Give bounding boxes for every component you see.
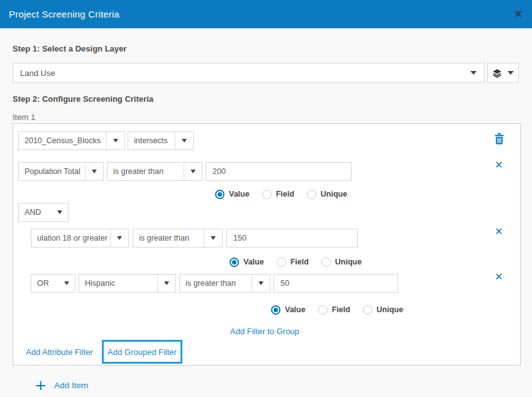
project-screening-criteria-dialog: Project Screening Criteria ✕ Step 1: Sel…: [0, 0, 532, 397]
chevron-down-icon: [58, 275, 75, 292]
add-grouped-filter-link[interactable]: Add Grouped Filter: [108, 347, 177, 357]
spatial-operator-value: intersects: [128, 136, 175, 145]
chevron-down-icon: [175, 132, 193, 150]
group-connector-row: AND: [18, 203, 69, 222]
highlight-box: Add Grouped Filter: [102, 340, 182, 364]
radio-field[interactable]: Field: [262, 190, 294, 199]
group-filter1-mode-radios: Value Field Unique: [230, 257, 362, 267]
radio-value-label: Value: [229, 190, 250, 198]
radio-unselected-icon: [321, 258, 331, 267]
trash-icon: [494, 133, 504, 144]
group-connector-value: AND: [19, 208, 52, 217]
target-layer-value: 2010_Census_Blocks: [19, 136, 106, 145]
filter1-mode-radios: Value Field Unique: [215, 189, 347, 199]
radio-unselected-icon: [318, 305, 328, 315]
radio-value-label: Value: [243, 258, 264, 266]
radio-value[interactable]: Value: [271, 305, 306, 315]
radio-value-label: Value: [285, 305, 306, 314]
radio-field[interactable]: Field: [277, 258, 309, 267]
radio-unselected-icon: [262, 190, 272, 199]
radio-unique[interactable]: Unique: [321, 258, 362, 267]
chevron-down-icon: [204, 229, 222, 247]
radio-unique-label: Unique: [335, 258, 362, 266]
add-filter-to-group-link[interactable]: Add Filter to Group: [230, 327, 299, 336]
group-filter1-operator-dropdown[interactable]: is greater than: [133, 229, 223, 247]
group-filter2-operator-dropdown[interactable]: is greater than: [179, 274, 270, 293]
target-layer-dropdown[interactable]: 2010_Census_Blocks: [18, 131, 125, 150]
group-filter2-value-input[interactable]: [274, 274, 398, 293]
group-filter2-connector-value: OR: [31, 279, 58, 288]
group-filter1-field-value: ulation 18 or greater: [31, 234, 110, 242]
plus-icon: +: [35, 379, 47, 391]
radio-field-label: Field: [291, 258, 309, 266]
filter1-operator-dropdown[interactable]: is greater than: [107, 162, 202, 181]
group-filter1-value-input[interactable]: [226, 229, 358, 247]
group-filter1-field-dropdown[interactable]: ulation 18 or greater: [31, 229, 129, 247]
chevron-down-icon: [507, 71, 514, 75]
item1-label: Item 1: [13, 112, 35, 122]
filter1-field-dropdown[interactable]: Population Total: [18, 162, 104, 181]
chevron-down-icon: [110, 229, 128, 247]
dialog-title: Project Screening Criteria: [9, 9, 119, 19]
chevron-down-icon: [157, 275, 175, 292]
radio-field[interactable]: Field: [318, 305, 350, 315]
radio-value[interactable]: Value: [215, 190, 250, 199]
group-filter2-field-dropdown[interactable]: Hispanic: [79, 274, 176, 293]
add-item-button[interactable]: + Add Item: [35, 379, 88, 391]
add-item-label: Add Item: [54, 381, 88, 390]
chevron-down-icon: [85, 163, 103, 180]
radio-unselected-icon: [307, 190, 316, 199]
radio-selected-icon: [215, 190, 224, 199]
filter1-row: Population Total is greater than: [18, 162, 352, 181]
design-layer-value: Land Use: [13, 68, 470, 78]
group-connector-dropdown[interactable]: AND: [18, 203, 69, 222]
chevron-down-icon: [252, 275, 270, 292]
group-filter2-row: OR Hispanic is greater than: [31, 274, 398, 293]
radio-unselected-icon: [277, 258, 286, 267]
radio-selected-icon: [271, 305, 280, 315]
step2-label: Step 2: Configure Screening Criteria: [13, 94, 153, 104]
group-filter1-operator-value: is greater than: [133, 234, 204, 242]
radio-unique-label: Unique: [321, 190, 347, 198]
chevron-down-icon: [52, 204, 68, 221]
add-attribute-filter-link[interactable]: Add Attribute Filter: [26, 347, 93, 357]
dialog-header: Project Screening Criteria ✕: [0, 0, 532, 28]
radio-unique-label: Unique: [377, 305, 403, 314]
radio-field-label: Field: [276, 190, 294, 198]
layer-operator-row: 2010_Census_Blocks intersects: [18, 131, 194, 150]
radio-unique[interactable]: Unique: [307, 190, 347, 199]
group-filter2-connector-dropdown[interactable]: OR: [31, 274, 75, 293]
group-filter2-field-value: Hispanic: [79, 279, 157, 288]
chevron-down-icon: [106, 132, 125, 150]
layer-options-button[interactable]: [487, 63, 519, 83]
filter1-value-input[interactable]: [206, 162, 352, 181]
group-filter2-mode-radios: Value Field Unique: [271, 305, 403, 315]
filter1-field-value: Population Total: [19, 167, 85, 176]
radio-value[interactable]: Value: [230, 258, 264, 267]
close-icon[interactable]: ✕: [514, 0, 523, 28]
spatial-operator-dropdown[interactable]: intersects: [128, 131, 194, 150]
chevron-down-icon: [184, 163, 202, 180]
radio-unique[interactable]: Unique: [363, 305, 403, 315]
design-layer-select[interactable]: Land Use: [13, 63, 485, 83]
layers-icon: [492, 68, 502, 78]
filter1-operator-value: is greater than: [108, 167, 184, 176]
delete-item-button[interactable]: [494, 133, 504, 144]
chevron-down-icon: [470, 71, 477, 75]
group-filter1-row: ulation 18 or greater is greater than: [31, 229, 358, 247]
item1-panel: 2010_Census_Blocks intersects: [13, 123, 521, 366]
radio-unselected-icon: [363, 305, 372, 315]
radio-field-label: Field: [332, 305, 350, 314]
radio-selected-icon: [230, 258, 239, 267]
step1-label: Step 1: Select a Design Layer: [13, 44, 126, 53]
group-filter2-operator-value: is greater than: [180, 279, 252, 288]
